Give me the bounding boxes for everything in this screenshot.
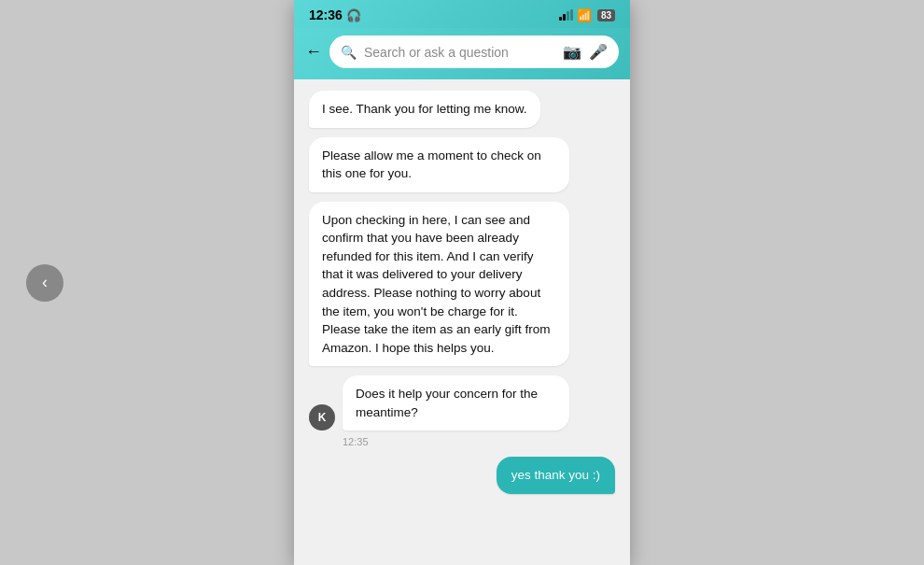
message-text: I see. Thank you for letting me know. [322,102,527,116]
search-bar-container: ← 🔍 Search or ask a question 📷 🎤 [294,28,630,79]
signal-icon [559,9,573,21]
message-text: yes thank you :) [511,468,600,482]
chevron-left-icon: ‹ [42,273,48,292]
user-message-1: yes thank you :) [497,457,615,494]
timestamp-text: 12:35 [343,436,369,447]
phone-wrapper: 12:36 🎧 📶 83 ← 🔍 Search or ask a questio… [294,0,630,565]
avatar-label: K [318,411,327,424]
search-input-wrapper[interactable]: 🔍 Search or ask a question 📷 🎤 [329,35,619,68]
chat-area: I see. Thank you for letting me know. Pl… [294,79,630,565]
status-bar: 12:36 🎧 📶 83 [294,0,630,28]
message-text: Please allow me a moment to check on thi… [322,148,541,181]
camera-icon[interactable]: 📷 [563,43,581,61]
agent-message-2: Please allow me a moment to check on thi… [309,137,569,192]
message-text: Upon checking in here, I can see and con… [322,213,551,355]
battery-icon: 83 [597,9,615,21]
back-button-side[interactable]: ‹ [26,264,63,302]
agent-message-1: I see. Thank you for letting me know. [309,91,540,128]
agent-message-4: K Does it help your concern for the mean… [309,375,569,431]
agent-avatar: K [309,404,335,431]
mic-icon[interactable]: 🎤 [589,43,608,61]
back-arrow-button[interactable]: ← [305,42,322,62]
status-time: 12:36 [309,7,343,22]
headphone-icon: 🎧 [346,8,361,22]
search-icon: 🔍 [341,45,357,60]
message-text: Does it help your concern for the meanti… [356,387,538,419]
search-placeholder: Search or ask a question [364,45,555,60]
agent-bubble: Does it help your concern for the meanti… [343,375,569,431]
agent-message-3: Upon checking in here, I can see and con… [309,202,569,367]
timestamp: 12:35 [343,436,369,447]
wifi-icon: 📶 [577,8,592,22]
